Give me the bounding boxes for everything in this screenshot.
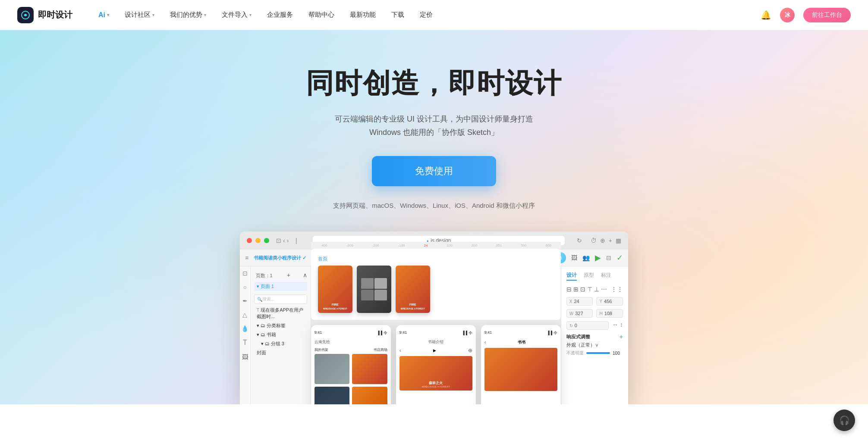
phone-2-header: 9:41 ▐▐ 令 xyxy=(399,330,472,336)
search-icon: 🔍 xyxy=(257,297,262,302)
nav-download[interactable]: 下载 xyxy=(391,11,404,19)
flip-v-icon[interactable]: ↕ xyxy=(620,321,623,330)
align-middle-icon[interactable]: ⊥ xyxy=(594,286,599,293)
sidebar-item-1[interactable]: T 现在很多APP在用户截图时... xyxy=(254,306,307,321)
maximize-dot xyxy=(264,238,269,243)
add-page-icon[interactable]: + xyxy=(287,272,290,278)
opacity-row: 不透明度 100 xyxy=(566,350,623,356)
circle-icon[interactable]: ○ xyxy=(243,284,247,291)
folder2-icon: ▾ 🗂 xyxy=(257,332,267,337)
responsive-header: 响应式调整 + xyxy=(566,333,623,340)
opacity-label: 不透明度 xyxy=(566,350,584,356)
nav-advantages[interactable]: 我们的优势 ▾ xyxy=(170,11,206,19)
navbar: 即时设计 Ai ▾ 设计社区 ▾ 我们的优势 ▾ 文件导入 ▾ 企业服务 帮助中… xyxy=(0,0,868,30)
timer-icon: ⏱ xyxy=(591,237,597,244)
triangle-icon[interactable]: △ xyxy=(242,311,247,318)
align-right-icon[interactable]: ⊡ xyxy=(580,286,585,293)
sidebar-item-5[interactable]: 封面 xyxy=(254,348,307,357)
rotate-input[interactable]: ↻ 0 xyxy=(566,321,609,330)
book-card-3: FIREWRECKAGE A FOREST xyxy=(396,266,430,313)
goto-workspace-button[interactable]: 前往工作台 xyxy=(803,8,851,22)
panel-tabs: 设计 原型 标注 xyxy=(566,272,623,281)
select-icon[interactable]: ⊡ xyxy=(242,270,248,277)
page-item-1[interactable]: ▾ 页面 1 xyxy=(254,282,307,291)
h-input[interactable]: H 108 xyxy=(596,309,623,318)
bell-icon[interactable]: 🔔 xyxy=(761,10,771,20)
grid-icon: ▦ xyxy=(616,237,621,244)
dropper-icon[interactable]: 💧 xyxy=(241,325,248,332)
hero-subtitle: 可云端编辑的专业级 UI 设计工具，为中国设计师量身打造 Windows 也能用… xyxy=(306,113,562,139)
text-node-icon: T xyxy=(257,307,261,313)
canvas-content: -400-300-200-10024100200351500600 首页 FIR… xyxy=(311,249,561,404)
app-preview: ⊡ ‹ › | ⬧ js.design ↻ ⏱ ⊕ + ▦ ≡ 书籍阅读类小程序… xyxy=(240,231,628,404)
phone-1-books xyxy=(314,354,387,404)
nav-import[interactable]: 文件导入 ▾ xyxy=(222,11,252,19)
sidebar-search[interactable]: 🔍 搜索... xyxy=(254,294,307,304)
phone-2-nav: ‹ ▶ ⊕ xyxy=(399,347,472,353)
right-panel: 设计 原型 标注 ⊟ ⊞ ⊡ ⊤ ⊥ ⋯ ⋮⋮ X 24 xyxy=(561,266,628,404)
minimize-dot xyxy=(255,238,261,243)
avatar[interactable]: 冰 xyxy=(780,8,795,22)
frame-content: 首页 FIREWRECKAGE A FOREST xyxy=(311,249,561,320)
phone-1-title: 云南先给 xyxy=(314,339,387,345)
collapse-icon[interactable]: ∧ xyxy=(303,272,307,278)
nav-design-community[interactable]: 设计社区 ▾ xyxy=(125,11,154,19)
opacity-value: 100 xyxy=(613,351,623,356)
sidebar-item-2[interactable]: ▾ 🗂 分类标签 xyxy=(254,321,307,330)
import-chevron-icon: ▾ xyxy=(249,13,252,17)
pen-icon[interactable]: ✒ xyxy=(242,297,248,304)
logo[interactable]: 即时设计 xyxy=(17,7,72,23)
app-sidebar: 页数：1 + ∧ ▾ 页面 1 🔍 搜索... T 现在很多APP在用户截图时 xyxy=(251,266,311,404)
frame-label: 首页 xyxy=(318,256,554,262)
nav-enterprise[interactable]: 企业服务 xyxy=(267,11,293,19)
nav-pricing[interactable]: 定价 xyxy=(420,11,433,19)
x-input[interactable]: X 24 xyxy=(566,297,593,306)
book-card-2 xyxy=(357,266,391,313)
free-use-button[interactable]: 免费使用 xyxy=(372,156,496,186)
sidebar-item-3[interactable]: ▾ 🗂 书籍 xyxy=(254,330,307,339)
tab-design[interactable]: 设计 xyxy=(566,272,577,281)
book-card-1: FIREWRECKAGE A FOREST xyxy=(318,266,352,313)
app-body: ⊡ ○ ✒ △ 💧 T 🖼 页数：1 + ∧ ▾ 页面 1 xyxy=(240,266,628,404)
phone-book-1 xyxy=(314,354,350,384)
appearance-label[interactable]: 外观（正常）∨ xyxy=(566,342,599,348)
check-circle-icon: ✓ xyxy=(616,253,623,263)
sidebar-search-area: 🔍 搜索... T 现在很多APP在用户截图时... ▾ 🗂 分类标签 ▾ 🗂 … xyxy=(254,294,307,357)
hero-title: 同时创造，即时设计 xyxy=(306,65,562,102)
flip-h-icon[interactable]: ↔ xyxy=(612,321,618,330)
xy-row: X 24 Y 456 xyxy=(566,297,623,306)
distribute-icon[interactable]: ⋮⋮ xyxy=(611,286,623,293)
align-center-icon[interactable]: ⊞ xyxy=(573,286,579,293)
plus-icon: + xyxy=(609,237,612,244)
y-input[interactable]: Y 456 xyxy=(596,297,623,306)
tab-annotation[interactable]: 标注 xyxy=(601,272,611,281)
tab-prototype[interactable]: 原型 xyxy=(584,272,594,281)
image-icon[interactable]: 🖼 xyxy=(242,353,248,360)
play-icon: ▶ xyxy=(595,253,601,263)
align-bottom-icon[interactable]: ⋯ xyxy=(601,286,607,293)
rotate-row: ↻ 0 ↔ ↕ xyxy=(566,321,623,330)
support-text: 支持网页端、macOS、Windows、Linux、iOS、Android 和微… xyxy=(306,202,562,210)
layout-icon: ⊟ xyxy=(606,254,611,261)
hero-content: 同时创造，即时设计 可云端编辑的专业级 UI 设计工具，为中国设计师量身打造 W… xyxy=(306,65,562,210)
sidebar-item-4[interactable]: ▾ 🗂 分组 3 xyxy=(254,339,307,348)
logo-icon xyxy=(17,7,34,23)
align-left-icon[interactable]: ⊟ xyxy=(566,286,572,293)
ruler: -400-300-200-10024100200351500600 xyxy=(311,242,561,249)
phone-book-3 xyxy=(314,387,350,404)
align-top-icon[interactable]: ⊤ xyxy=(587,286,592,293)
folder-icon: ▾ 🗂 xyxy=(257,323,267,328)
opacity-slider[interactable] xyxy=(586,352,610,354)
people-icon: 👥 xyxy=(582,254,590,261)
wh-row: W 327 H 108 xyxy=(566,309,623,318)
nav-ai[interactable]: Ai ▾ xyxy=(98,11,109,19)
nav-features[interactable]: 最新功能 xyxy=(350,11,376,19)
design-community-chevron-icon: ▾ xyxy=(152,13,154,17)
add-responsive-icon[interactable]: + xyxy=(620,333,623,340)
w-input[interactable]: W 327 xyxy=(566,309,593,318)
phone-1-labels: 我的书架 书店商场 xyxy=(314,347,387,352)
nav-help[interactable]: 帮助中心 xyxy=(308,11,334,19)
group-icon: ▾ 🗂 xyxy=(261,341,271,346)
phone-share-icon: ⊕ xyxy=(468,347,472,353)
text-icon[interactable]: T xyxy=(243,339,247,347)
